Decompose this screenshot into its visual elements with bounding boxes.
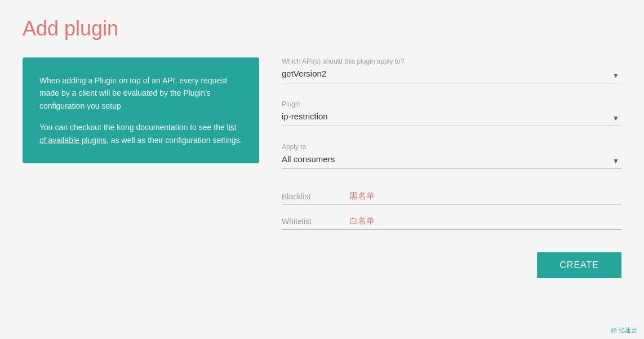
blacklist-row: Blacklist: [282, 191, 621, 205]
apply-to-select-wrapper: All consumers Specific consumer ▼: [282, 153, 621, 169]
whitelist-input[interactable]: [349, 216, 621, 226]
apply-to-form-group: Apply to All consumers Specific consumer…: [282, 143, 621, 180]
whitelist-label: Whitelist: [282, 217, 338, 226]
form-area: Which API(s) should this plugin apply to…: [282, 57, 621, 278]
plugin-select-wrapper: ip-restriction rate-limiting oauth2 key-…: [282, 110, 621, 126]
apply-to-select[interactable]: All consumers Specific consumer: [282, 153, 621, 165]
info-box: When adding a Plugin on top of an API, e…: [23, 57, 259, 163]
watermark-text: 亿速云: [619, 327, 637, 333]
blacklist-input[interactable]: [349, 191, 621, 201]
create-btn-row: CREATE: [282, 252, 621, 278]
api-select[interactable]: getVersion2 getVersion1 getAllVersions: [282, 68, 621, 79]
blacklist-label: Blacklist: [282, 192, 338, 201]
whitelist-row: Whitelist: [282, 216, 621, 230]
info-prefix: You can checkout the kong documentation …: [39, 123, 227, 132]
create-button[interactable]: CREATE: [537, 252, 621, 278]
watermark: @ 亿速云: [611, 326, 637, 334]
page-title: Add plugin: [23, 17, 621, 41]
info-suffix: , as well as their configuration setting…: [106, 136, 242, 145]
plugin-select[interactable]: ip-restriction rate-limiting oauth2 key-…: [282, 110, 621, 122]
plugin-form-group: Plugin ip-restriction rate-limiting oaut…: [282, 100, 621, 137]
api-form-group: Which API(s) should this plugin apply to…: [282, 57, 621, 95]
info-paragraph-2: You can checkout the kong documentation …: [39, 121, 242, 146]
apply-to-label: Apply to: [282, 143, 621, 151]
info-paragraph-1: When adding a Plugin on top of an API, e…: [39, 74, 242, 112]
watermark-prefix: @: [611, 327, 619, 333]
plugin-label: Plugin: [282, 100, 621, 108]
api-select-wrapper: getVersion2 getVersion1 getAllVersions ▼: [282, 68, 621, 83]
api-label: Which API(s) should this plugin apply to…: [282, 57, 621, 65]
